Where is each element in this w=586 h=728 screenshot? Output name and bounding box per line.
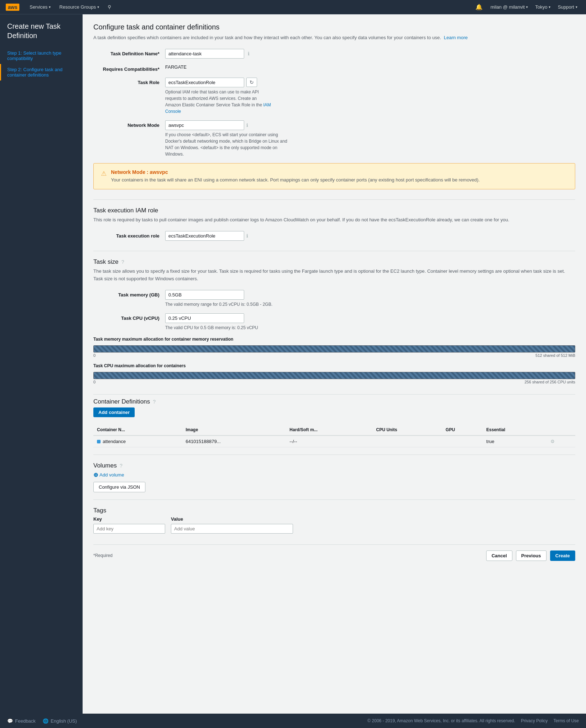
cpu-bar-track <box>93 372 575 379</box>
services-nav[interactable]: Services ▾ <box>25 0 55 14</box>
volumes-section: Volumes ? ⊕ Add volume Configure via JSO… <box>93 455 575 492</box>
task-role-input[interactable] <box>165 78 244 87</box>
task-def-name-label: Task Definition Name* <box>93 49 165 56</box>
col-actions <box>547 424 575 436</box>
tags-key-col-label: Key <box>93 516 165 522</box>
requires-compat-group: Requires Compatibilities* FARGATE <box>93 64 575 72</box>
col-hardsoft: Hard/Soft m... <box>286 424 372 436</box>
task-def-name-info-icon[interactable]: ℹ <box>248 51 250 56</box>
task-definition-name-input[interactable] <box>165 49 244 59</box>
tags-val-input[interactable] <box>171 524 293 534</box>
memory-allocation-section: Task memory maximum allocation for conta… <box>93 337 575 358</box>
iam-section: Task execution IAM role This role is req… <box>93 199 575 241</box>
task-memory-input[interactable] <box>165 290 244 300</box>
task-def-name-value: ℹ <box>165 49 575 59</box>
task-size-desc: The task size allows you to specify a fi… <box>93 268 575 283</box>
network-mode-input-group: ℹ <box>165 120 575 130</box>
table-row: attendance 641015188879... --/-- true ⚙ <box>93 436 575 447</box>
bell-icon[interactable]: 🔔 <box>472 4 486 10</box>
task-size-help-icon[interactable]: ? <box>121 259 124 265</box>
container-defs-help-icon[interactable]: ? <box>153 399 156 405</box>
aws-logo: aws <box>6 4 19 11</box>
previous-button[interactable]: Previous <box>516 550 547 561</box>
task-exec-role-info-icon[interactable]: ℹ <box>246 233 248 239</box>
col-cpu: CPU Units <box>373 424 442 436</box>
requires-compat-value: FARGATE <box>165 62 187 70</box>
task-exec-role-input-group: ℹ <box>165 231 575 241</box>
network-mode-label: Network Mode <box>93 120 165 128</box>
user-menu[interactable]: milan @ milanvit ▾ <box>488 4 531 10</box>
feedback-item[interactable]: 💬 Feedback <box>7 718 36 724</box>
main-content: Configure task and container definitions… <box>83 14 586 714</box>
network-mode-group: Network Mode ℹ If you choose <default>, … <box>93 120 575 157</box>
row-image: 641015188879... <box>182 436 286 447</box>
region-menu[interactable]: Tokyo ▾ <box>532 4 553 10</box>
resource-groups-nav[interactable]: Resource Groups ▾ <box>55 0 103 14</box>
tags-key-input[interactable] <box>93 524 165 534</box>
footer-buttons: *Required Cancel Previous Create <box>93 544 575 561</box>
configure-json-button[interactable]: Configure via JSON <box>93 482 145 492</box>
task-role-refresh-button[interactable]: ↻ <box>246 78 257 87</box>
task-exec-role-input[interactable] <box>165 231 244 241</box>
alert-text: Your containers in the task will share a… <box>111 176 480 184</box>
network-mode-hint: If you choose <default>, ECS will start … <box>165 132 291 157</box>
copyright-text: © 2006 - 2019, Amazon Web Services, Inc.… <box>367 718 515 723</box>
privacy-policy-link[interactable]: Privacy Policy <box>521 718 548 723</box>
row-essential: true <box>483 436 547 447</box>
nav-right: 🔔 milan @ milanvit ▾ Tokyo ▾ Support ▾ <box>472 4 580 10</box>
support-chevron-icon: ▾ <box>576 5 577 9</box>
cpu-alloc-label: Task CPU maximum allocation for containe… <box>93 363 575 368</box>
task-cpu-hint: The valid CPU for 0.5 GB memory is: 0.25… <box>165 324 273 331</box>
col-name: Container N... <box>93 424 182 436</box>
alert-title: Network Mode : awsvpc <box>111 169 480 175</box>
content-section-title: Configure task and container definitions <box>93 23 575 31</box>
row-settings[interactable]: ⚙ <box>547 436 575 447</box>
container-table-body: attendance 641015188879... --/-- true ⚙ <box>93 436 575 447</box>
task-role-hint: Optional IAM role that tasks can use to … <box>165 89 273 115</box>
terms-link[interactable]: Terms of Use <box>553 718 579 723</box>
task-cpu-input[interactable] <box>165 313 244 323</box>
add-container-button[interactable]: Add container <box>93 407 135 417</box>
awsvpc-alert: ⚠ Network Mode : awsvpc Your containers … <box>93 163 575 190</box>
row-gpu <box>442 436 483 447</box>
task-memory-label: Task memory (GB) <box>93 290 165 298</box>
support-menu[interactable]: Support ▾ <box>555 4 580 10</box>
page-title: Create new Task Definition <box>0 22 83 47</box>
memory-bar-track <box>93 345 575 353</box>
pin-icon-nav[interactable]: ⚲ <box>103 0 116 14</box>
tags-header-row: Key Value <box>93 516 575 522</box>
volumes-help-icon[interactable]: ? <box>120 463 122 469</box>
memory-alloc-label: Task memory maximum allocation for conta… <box>93 337 575 342</box>
tags-val-col-label: Value <box>171 516 183 522</box>
tags-section: Tags Key Value <box>93 499 575 534</box>
network-mode-input[interactable] <box>165 120 244 130</box>
task-role-input-group: ↻ <box>165 78 575 87</box>
network-mode-info-icon[interactable]: ℹ <box>246 123 248 128</box>
cancel-button[interactable]: Cancel <box>486 550 512 561</box>
learn-more-link[interactable]: Learn more <box>444 35 468 40</box>
row-name: attendance <box>93 436 182 447</box>
main-layout: Create new Task Definition Step 1: Selec… <box>0 14 586 714</box>
warning-icon: ⚠ <box>101 170 107 178</box>
container-defs-section: Container Definitions ? Add container Co… <box>93 394 575 447</box>
region-chevron-icon: ▾ <box>549 5 550 9</box>
container-table: Container N... Image Hard/Soft m... CPU … <box>93 424 575 447</box>
cpu-bar-left: 0 <box>93 380 96 384</box>
task-exec-role-label: Task execution role <box>93 231 165 239</box>
memory-bar-fill <box>94 346 575 352</box>
sidebar: Create new Task Definition Step 1: Selec… <box>0 14 83 714</box>
container-dot-icon <box>97 440 101 443</box>
cpu-bar-fill <box>94 372 575 379</box>
container-table-header: Container N... Image Hard/Soft m... CPU … <box>93 424 575 436</box>
requires-compat-label: Requires Compatibilities* <box>93 64 165 72</box>
add-volume-link[interactable]: ⊕ Add volume <box>93 471 124 478</box>
memory-bar-container: 0 512 shared of 512 MiB <box>93 345 575 358</box>
sidebar-item-step1[interactable]: Step 1: Select launch type compatibility <box>0 47 83 64</box>
create-button[interactable]: Create <box>550 550 575 561</box>
container-defs-title: Container Definitions <box>93 398 150 405</box>
sidebar-item-step2[interactable]: Step 2: Configure task and container def… <box>0 64 83 80</box>
cpu-bar-right: 256 shared of 256 CPU units <box>525 380 575 384</box>
language-item[interactable]: 🌐 English (US) <box>43 718 77 724</box>
task-size-title: Task size <box>93 258 118 266</box>
chat-icon: 💬 <box>7 718 13 724</box>
